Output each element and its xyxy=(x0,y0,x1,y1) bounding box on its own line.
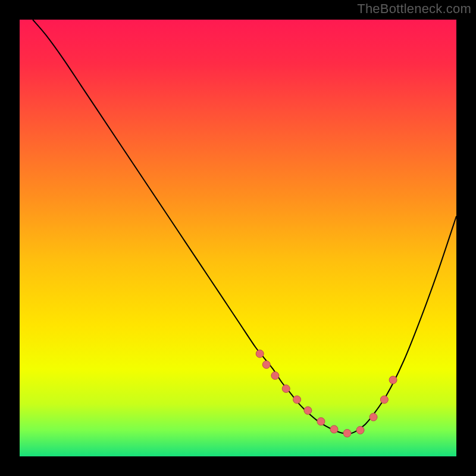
sample-dot xyxy=(256,350,264,358)
chart-frame: TheBottleneck.com xyxy=(0,0,476,476)
chart-svg xyxy=(20,20,456,456)
sample-dot xyxy=(317,418,325,425)
sample-dot xyxy=(356,426,364,434)
sample-dot xyxy=(380,396,388,403)
sample-dot xyxy=(293,396,301,403)
watermark-text: TheBottleneck.com xyxy=(357,1,471,17)
sample-dot xyxy=(369,413,377,421)
sample-dot xyxy=(304,406,312,414)
sample-dot xyxy=(282,385,290,393)
gradient-background xyxy=(20,20,456,456)
chart-plot-area xyxy=(20,20,456,456)
sample-dot xyxy=(330,425,338,433)
sample-dot xyxy=(262,361,270,368)
sample-dot xyxy=(271,372,279,380)
sample-dot xyxy=(343,430,351,437)
sample-dot xyxy=(389,376,397,384)
